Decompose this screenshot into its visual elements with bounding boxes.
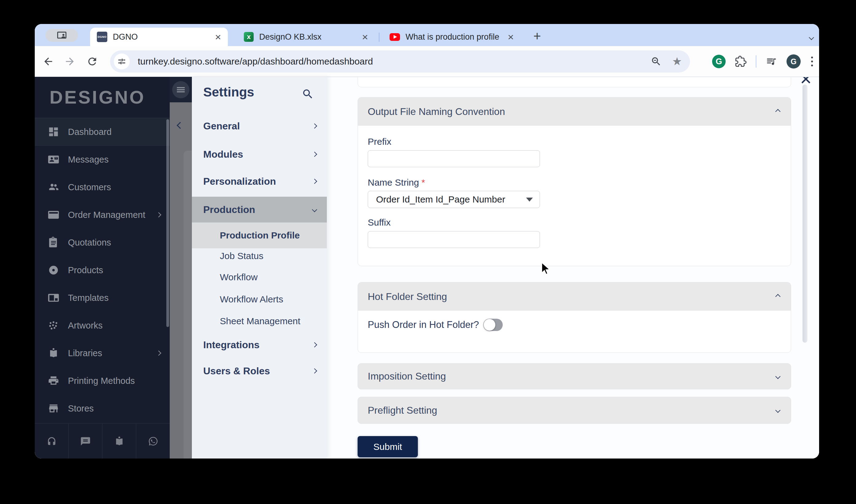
settings-item-integrations[interactable]: Integrations	[192, 336, 327, 354]
book-person-icon	[47, 347, 60, 360]
media-playlist-icon[interactable]	[766, 56, 777, 67]
settings-subitem-job-status[interactable]: Job Status	[220, 247, 264, 265]
section-hot-folder: Hot Folder Setting Push Order in Hot Fol…	[358, 282, 791, 353]
sidebar-item-order-management[interactable]: Order Management	[35, 201, 170, 229]
settings-item-users-roles[interactable]: Users & Roles	[192, 362, 327, 380]
chat-icon[interactable]	[68, 424, 102, 458]
sidebar-item-artworks[interactable]: Artworks	[35, 312, 170, 339]
contact-mail-icon	[47, 153, 60, 166]
chevron-right-icon	[312, 179, 317, 184]
section-title: Hot Folder Setting	[368, 291, 776, 302]
sidebar-item-printing-methods[interactable]: Printing Methods	[35, 367, 170, 395]
support-headset-icon[interactable]	[35, 424, 68, 458]
section-title: Output File Naming Convention	[368, 106, 776, 118]
settings-item-label: Users & Roles	[203, 365, 270, 377]
new-tab-button[interactable]: +	[529, 28, 546, 45]
browser-menu-icon[interactable]	[810, 55, 814, 68]
youtube-favicon	[390, 33, 400, 41]
knowledge-book-icon[interactable]	[102, 424, 136, 458]
dots-grid-icon	[47, 319, 60, 332]
sidebar-item-products[interactable]: Products	[35, 256, 170, 284]
chevron-up-icon	[775, 109, 781, 114]
suffix-label: Suffix	[368, 217, 391, 228]
content-scrollbar[interactable]	[802, 85, 807, 343]
settings-item-general[interactable]: General	[192, 117, 327, 135]
storefront-icon	[47, 402, 60, 415]
excel-favicon: x	[244, 32, 254, 42]
section-header-output-file-naming[interactable]: Output File Naming Convention	[358, 97, 791, 126]
required-asterisk: *	[422, 177, 425, 187]
tab-youtube[interactable]: What is production profile an ×	[383, 28, 520, 46]
submit-button[interactable]: Submit	[358, 436, 418, 457]
tab-list-chevron-icon[interactable]	[805, 32, 818, 43]
back-button[interactable]	[41, 55, 55, 68]
sidebar-item-quotations[interactable]: Quotations	[35, 229, 170, 256]
browser-window: DGNO DGNO × x DesignO KB.xlsx × What is …	[35, 24, 819, 458]
bookmark-star-icon[interactable]: ★	[672, 56, 682, 67]
sidebar-item-label: Stores	[68, 403, 160, 414]
sidebar-item-label: Quotations	[68, 237, 160, 248]
tab-title: DGNO	[113, 32, 209, 42]
sidebar-item-templates[interactable]: Templates	[35, 284, 170, 312]
app-sidebar: DESIGNO Dashboard Messages Customers Ord…	[35, 77, 170, 458]
mouse-cursor	[539, 262, 552, 276]
section-header-hot-folder[interactable]: Hot Folder Setting	[358, 283, 791, 311]
settings-item-modules[interactable]: Modules	[192, 145, 327, 163]
settings-item-personalization[interactable]: Personalization	[192, 172, 327, 191]
sidebar-item-label: Customers	[68, 182, 160, 192]
toolbar-divider	[756, 55, 756, 68]
close-tab-icon[interactable]: ×	[215, 32, 221, 42]
profile-device-icon	[56, 30, 67, 41]
browser-profile-avatar[interactable]: G	[786, 54, 801, 69]
hot-folder-row: Push Order in Hot Folder?	[368, 319, 503, 331]
settings-subitem-label: Production Profile	[220, 230, 300, 241]
close-tab-icon[interactable]: ×	[362, 32, 368, 42]
tab-search-button[interactable]	[46, 29, 78, 42]
section-header-preflight[interactable]: Preflight Setting	[358, 397, 791, 424]
dimmed-page-backdrop	[170, 77, 192, 458]
settings-panel: Settings General Modules Personalization…	[192, 77, 327, 458]
suffix-input[interactable]	[368, 231, 540, 248]
close-tab-icon[interactable]: ×	[507, 32, 514, 42]
settings-subitem-workflow-alerts[interactable]: Workflow Alerts	[220, 290, 283, 308]
whatsapp-icon[interactable]	[136, 424, 170, 458]
settings-subitem-workflow[interactable]: Workflow	[220, 268, 258, 286]
tab-dgno[interactable]: DGNO DGNO ×	[90, 28, 228, 46]
reload-button[interactable]	[86, 55, 99, 68]
site-settings-icon[interactable]	[114, 53, 130, 70]
section-output-file-naming: Output File Naming Convention Prefix Nam…	[358, 97, 791, 266]
chevron-down-icon	[775, 408, 781, 413]
settings-item-production[interactable]: Production	[192, 197, 327, 222]
name-string-label: Name String*	[368, 177, 425, 188]
hamburger-menu-icon[interactable]	[172, 81, 190, 98]
sidebar-item-label: Dashboard	[68, 127, 160, 137]
section-header-imposition[interactable]: Imposition Setting	[358, 363, 791, 389]
address-bar[interactable]: turnkey.designo.software/app/dashboard/h…	[110, 50, 690, 73]
settings-item-label: Integrations	[203, 339, 260, 350]
zoom-out-icon[interactable]	[650, 56, 662, 67]
sidebar-item-messages[interactable]: Messages	[35, 146, 170, 173]
url-text[interactable]: turnkey.designo.software/app/dashboard/h…	[138, 56, 373, 67]
clipboard-icon	[47, 236, 60, 249]
settings-subitem-sheet-management[interactable]: Sheet Management	[220, 312, 300, 330]
sidebar-item-dashboard[interactable]: Dashboard	[35, 118, 170, 146]
dimmed-content-card	[183, 150, 192, 458]
sidebar-item-stores[interactable]: Stores	[35, 395, 170, 422]
tab-designo-kb[interactable]: x DesignO KB.xlsx ×	[237, 28, 375, 46]
settings-subitem-production-profile[interactable]: Production Profile	[192, 222, 327, 248]
settings-content: Output File Naming Convention Prefix Nam…	[327, 77, 819, 458]
dropdown-caret-icon	[526, 198, 533, 202]
name-string-select[interactable]: Order Id_Item Id_Page Number	[368, 191, 540, 208]
collapse-panel-chevron-icon[interactable]	[178, 123, 183, 129]
sidebar-item-customers[interactable]: Customers	[35, 173, 170, 201]
grammarly-extension-icon[interactable]: G	[712, 55, 726, 68]
forward-button[interactable]	[63, 55, 76, 68]
prefix-input[interactable]	[368, 150, 540, 167]
hot-folder-toggle[interactable]	[483, 319, 503, 331]
extensions-puzzle-icon[interactable]	[735, 56, 747, 67]
sidebar-scrollbar[interactable]	[166, 119, 169, 327]
prefix-label: Prefix	[368, 137, 391, 147]
sidebar-item-libraries[interactable]: Libraries	[35, 339, 170, 367]
sidebar-footer	[35, 423, 170, 458]
settings-search-icon[interactable]	[302, 88, 314, 100]
